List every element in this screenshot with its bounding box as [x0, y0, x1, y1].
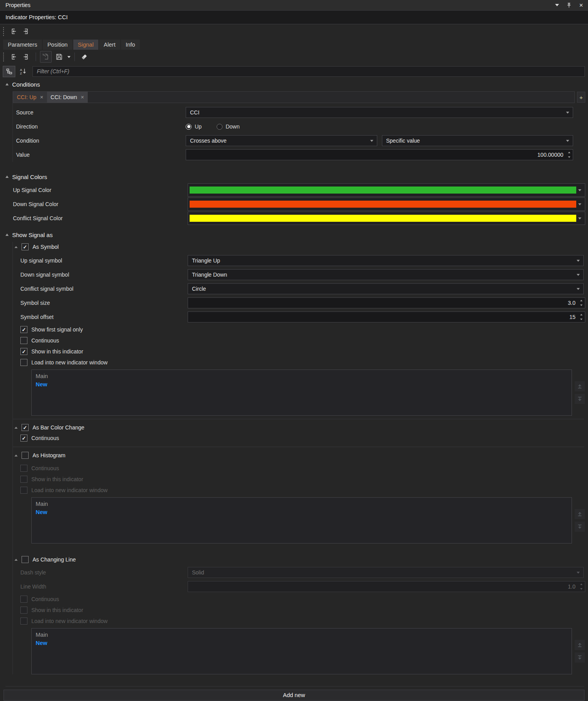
load-into-new-window-checkbox[interactable]: ✓	[20, 359, 27, 366]
value-input[interactable]: 100.00000	[186, 149, 573, 160]
move-top-button[interactable]	[575, 381, 585, 391]
collapse-icon[interactable]	[14, 559, 18, 561]
import-settings-button[interactable]	[8, 26, 19, 37]
as-changing-line-checkbox[interactable]: ✓	[22, 556, 29, 563]
condition-label: Condition	[16, 138, 186, 144]
conflict-signal-color-picker[interactable]	[188, 212, 585, 225]
close-tab-icon[interactable]: ✕	[40, 95, 43, 100]
symbol-offset-input[interactable]: 15	[188, 312, 585, 322]
conditions-section-header[interactable]: Conditions	[0, 79, 588, 90]
export-signal-button[interactable]	[21, 51, 32, 62]
window-list[interactable]: Main New	[31, 628, 572, 674]
property-row-symbol-size: Symbol size 3.0	[13, 296, 588, 310]
svg-text:Z: Z	[20, 72, 22, 75]
up-signal-color-swatch	[190, 187, 576, 194]
symbol-size-spinner[interactable]	[578, 298, 584, 308]
condition-tab-cci-down[interactable]: CCI: Down ✕	[47, 92, 88, 103]
condition-tab-cci-up[interactable]: CCI: Up ✕	[13, 92, 47, 103]
bar-continuous-checkbox[interactable]: ✓	[20, 435, 27, 442]
categorized-view-button[interactable]	[3, 66, 15, 77]
tab-alert[interactable]: Alert	[99, 40, 120, 50]
list-item[interactable]: New	[36, 508, 568, 516]
symbol-window-list-row: Main New	[13, 370, 588, 416]
as-histogram-checkbox[interactable]: ✓	[22, 452, 29, 459]
erase-button[interactable]	[79, 51, 90, 62]
chevron-down-icon	[577, 260, 580, 262]
condition-type-dropdown[interactable]: Crosses above	[186, 135, 377, 146]
indicator-properties-header: Indicator Properties: CCI	[0, 10, 588, 24]
continuous-checkbox[interactable]: ✓	[20, 337, 27, 344]
list-item[interactable]: New	[36, 380, 568, 389]
revert-button[interactable]	[40, 51, 52, 63]
show-first-signal-only-row: ✓ Show first signal only	[13, 324, 588, 335]
sort-az-button[interactable]: A Z	[17, 66, 29, 77]
window-list[interactable]: Main New	[31, 370, 572, 416]
spin-up-icon[interactable]	[580, 300, 583, 301]
list-item[interactable]: Main	[36, 372, 568, 380]
as-bar-color-change-checkbox[interactable]: ✓	[22, 424, 29, 431]
up-signal-symbol-dropdown[interactable]: Triangle Up	[188, 255, 584, 266]
tab-position[interactable]: Position	[43, 40, 72, 50]
tab-parameters[interactable]: Parameters	[3, 40, 42, 50]
show-first-signal-only-checkbox[interactable]: ✓	[20, 326, 27, 333]
export-settings-button[interactable]	[21, 26, 32, 37]
filter-input[interactable]: Filter (Ctrl+F)	[33, 66, 585, 77]
spin-up-icon[interactable]	[568, 152, 570, 153]
list-item[interactable]: Main	[36, 500, 568, 508]
condition-target-dropdown[interactable]: Specific value	[382, 135, 574, 146]
add-new-button[interactable]: Add new	[4, 690, 584, 701]
list-item[interactable]: Main	[36, 631, 568, 639]
window-list[interactable]: Main New	[31, 497, 572, 543]
import-signal-button[interactable]	[8, 51, 19, 62]
move-top-button[interactable]	[575, 509, 585, 519]
spin-up-icon[interactable]	[580, 314, 583, 315]
signal-colors-section-header[interactable]: Signal Colors	[0, 171, 588, 182]
show-in-this-indicator-checkbox[interactable]: ✓	[20, 348, 27, 355]
toolbar-separator	[74, 53, 75, 61]
conflict-signal-symbol-dropdown[interactable]: Circle	[188, 283, 584, 294]
value-spinner[interactable]	[566, 150, 572, 159]
move-bottom-button[interactable]	[575, 652, 585, 663]
down-signal-symbol-dropdown[interactable]: Triangle Down	[188, 269, 584, 280]
radio-icon[interactable]	[186, 124, 192, 130]
collapse-icon[interactable]	[14, 427, 18, 429]
spin-down-icon[interactable]	[580, 304, 583, 306]
up-signal-color-picker[interactable]	[188, 183, 585, 197]
list-item[interactable]: New	[36, 639, 568, 647]
group-divider	[13, 447, 584, 447]
condition-tabstrip-row: CCI: Up ✕ CCI: Down ✕ +	[13, 91, 588, 103]
toolbar-grip[interactable]	[3, 27, 4, 36]
direction-radio-up[interactable]: Up	[186, 123, 202, 130]
chevron-down-icon	[566, 112, 569, 114]
source-dropdown[interactable]: CCI	[186, 107, 573, 118]
down-signal-color-picker[interactable]	[188, 197, 585, 211]
move-bottom-button[interactable]	[575, 522, 585, 532]
spin-down-icon	[580, 588, 583, 590]
show-signal-as-section-header[interactable]: Show Signal as	[0, 229, 588, 240]
save-button[interactable]	[54, 51, 65, 62]
symbol-size-input[interactable]: 3.0	[188, 297, 585, 308]
pin-icon[interactable]	[566, 2, 572, 8]
radio-icon[interactable]	[217, 124, 223, 130]
move-top-button[interactable]	[575, 640, 585, 650]
tree-view-icon	[6, 68, 13, 75]
close-tab-icon[interactable]: ✕	[81, 95, 84, 100]
as-symbol-group-row: ✓ As Symbol	[13, 242, 588, 252]
tab-signal[interactable]: Signal	[73, 40, 98, 50]
close-icon[interactable]: ✕	[579, 3, 583, 8]
collapse-icon[interactable]	[14, 246, 18, 248]
save-dropdown-caret[interactable]	[67, 56, 71, 58]
tab-info[interactable]: Info	[121, 40, 140, 50]
window-menu-icon[interactable]	[555, 4, 559, 6]
symbol-offset-spinner[interactable]	[578, 312, 584, 322]
dash-style-dropdown: Solid	[188, 567, 584, 578]
direction-label: Direction	[16, 123, 186, 130]
as-symbol-checkbox[interactable]: ✓	[22, 243, 29, 250]
add-condition-button[interactable]: +	[577, 92, 585, 103]
toolbar-grip[interactable]	[3, 52, 4, 62]
spin-down-icon[interactable]	[580, 319, 583, 320]
spin-down-icon[interactable]	[568, 156, 570, 158]
move-bottom-button[interactable]	[575, 394, 585, 404]
direction-radio-down[interactable]: Down	[217, 123, 240, 130]
collapse-icon[interactable]	[14, 455, 18, 456]
